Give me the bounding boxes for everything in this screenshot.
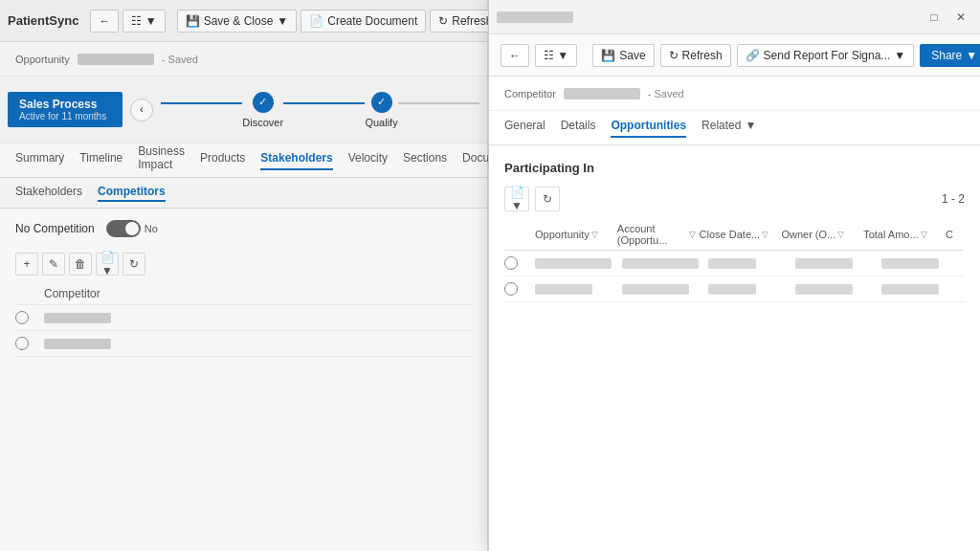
toggle-track[interactable] xyxy=(106,220,141,237)
back-button[interactable]: ← xyxy=(90,10,119,33)
acc-filter-icon[interactable]: ▽ xyxy=(689,230,696,239)
radio-2[interactable] xyxy=(15,337,29,350)
refresh-list-button[interactable]: ↻ xyxy=(122,253,145,276)
right-content: Participating In 📄▼ ↻ 1 - 2 Opportunity … xyxy=(489,145,980,551)
nav-tabs: Summary Timeline Business Impact Product… xyxy=(0,143,487,178)
sales-process-box: Sales Process Active for 11 months xyxy=(8,92,122,127)
share-button[interactable]: Share ▼ xyxy=(920,44,980,67)
table-row xyxy=(504,251,965,276)
right-refresh-button[interactable]: ↻ Refresh xyxy=(660,44,731,67)
doc-dropdown-button[interactable]: 📄▼ xyxy=(96,253,119,276)
qualify-circle: ✓ xyxy=(371,92,392,113)
owner-filter-icon[interactable]: ▽ xyxy=(837,230,844,239)
competitor-col-header: Competitor xyxy=(44,287,472,300)
left-content: No Competition No + ✎ 🗑 📄▼ ↻ Competitor xyxy=(0,209,487,368)
grid-radio-2[interactable] xyxy=(504,282,518,296)
tab-products[interactable]: Products xyxy=(200,151,245,170)
radio-1[interactable] xyxy=(15,311,29,324)
tab-opportunities[interactable]: Opportunities xyxy=(611,119,686,138)
opp-blur-1 xyxy=(535,258,612,269)
grid-count: 1 - 2 xyxy=(942,192,965,206)
grid-header: Opportunity ▽ Account (Opportu... ▽ Clos… xyxy=(504,219,965,251)
step-line3 xyxy=(398,102,479,104)
discover-label: Discover xyxy=(242,117,283,128)
grid-row1-radio[interactable] xyxy=(504,256,531,270)
left-toolbar: PatientSync ← ☷ ▼ 💾 Save & Close ▼ 📄 Cre… xyxy=(0,0,487,42)
grid-new-button[interactable]: 📄▼ xyxy=(504,187,529,211)
right-toolbar: ← ☷ ▼ 💾 Save ↻ Refresh 🔗 Send Report For… xyxy=(489,34,980,77)
send-icon: 🔗 xyxy=(746,49,760,62)
qualify-label: Qualify xyxy=(365,117,397,128)
table-row xyxy=(504,276,965,302)
app-title: PatientSync xyxy=(8,13,78,28)
grid-col-total: Total Amo... ▽ xyxy=(863,229,942,240)
subtab-stakeholders[interactable]: Stakeholders xyxy=(15,185,82,202)
grid-radio-1[interactable] xyxy=(504,256,518,270)
step-line2 xyxy=(283,102,365,104)
expand-button[interactable]: □ xyxy=(923,6,946,29)
table-row xyxy=(15,305,472,331)
create-document-button[interactable]: 📄 Create Document xyxy=(301,10,426,33)
grid-col-close-date: Close Date... ▽ xyxy=(700,229,778,240)
delete-button[interactable]: 🗑 xyxy=(69,253,92,276)
right-views-button[interactable]: ☷ ▼ xyxy=(535,44,577,67)
related-chevron: ▼ xyxy=(745,119,756,132)
grid-row2-radio[interactable] xyxy=(504,282,531,296)
owner-blur-1 xyxy=(795,258,853,269)
edit-button[interactable]: ✎ xyxy=(42,253,65,276)
tab-general[interactable]: General xyxy=(504,119,546,138)
tab-details[interactable]: Details xyxy=(561,119,596,138)
grid-row2-acc xyxy=(622,284,705,295)
tab-related[interactable]: Related ▼ xyxy=(702,119,756,138)
toggle-container[interactable]: No xyxy=(106,220,158,237)
send-chevron-icon: ▼ xyxy=(894,49,905,62)
right-saved-label: - Saved xyxy=(648,88,684,99)
grid-row1-total xyxy=(881,258,965,269)
process-chevron[interactable]: ‹ xyxy=(130,99,153,121)
right-tabs: General Details Opportunities Related ▼ xyxy=(489,111,980,145)
acc-blur-2 xyxy=(622,284,689,295)
owner-blur-2 xyxy=(795,284,853,295)
close-panel-button[interactable]: ✕ xyxy=(949,6,972,29)
grid-col-c: C xyxy=(946,229,965,240)
views-button[interactable]: ☷ ▼ xyxy=(122,10,165,33)
right-title-bar: □ ✕ xyxy=(489,0,980,34)
saved-label: - Saved xyxy=(162,54,198,65)
save-close-button[interactable]: 💾 Save & Close ▼ xyxy=(177,10,298,33)
right-save-button[interactable]: 💾 Save xyxy=(592,44,654,67)
total-filter-icon[interactable]: ▽ xyxy=(921,230,927,239)
send-report-button[interactable]: 🔗 Send Report For Signa... ▼ xyxy=(737,44,915,67)
sales-process-bar: Sales Process Active for 11 months ‹ ✓ D… xyxy=(0,77,487,143)
record-name xyxy=(78,54,154,65)
sales-process-title: Sales Process xyxy=(19,98,111,111)
date-filter-icon[interactable]: ▽ xyxy=(762,230,768,239)
toggle-value: No xyxy=(145,223,158,234)
add-competitor-button[interactable]: + xyxy=(15,253,38,276)
tab-summary[interactable]: Summary xyxy=(15,151,64,170)
tab-sections[interactable]: Sections xyxy=(403,151,447,170)
grid-refresh-button[interactable]: ↻ xyxy=(535,187,560,211)
tab-timeline[interactable]: Timeline xyxy=(79,151,122,170)
opp-filter-icon[interactable]: ▽ xyxy=(591,230,598,239)
right-panel: □ ✕ ← ☷ ▼ 💾 Save ↻ Refresh 🔗 Send Report… xyxy=(488,0,980,551)
save-chevron: ▼ xyxy=(277,14,288,28)
subtab-competitors[interactable]: Competitors xyxy=(98,185,166,202)
section-title: Participating In xyxy=(504,161,965,175)
save-icon: 💾 xyxy=(186,14,200,28)
row-radio-2[interactable] xyxy=(15,337,44,350)
grid-col-opportunity: Opportunity ▽ xyxy=(535,229,613,240)
tab-velocity[interactable]: Velocity xyxy=(348,151,388,170)
grid-toolbar: 📄▼ ↻ 1 - 2 xyxy=(504,187,965,211)
no-competition-label: No Competition xyxy=(15,222,95,235)
date-blur-1 xyxy=(708,258,756,269)
table-row xyxy=(15,331,472,357)
tab-business-impact[interactable]: Business Impact xyxy=(138,144,185,177)
right-back-button[interactable]: ← xyxy=(501,44,529,67)
tab-stakeholders[interactable]: Stakeholders xyxy=(260,151,332,170)
grid-row1-acc xyxy=(622,258,705,269)
discover-circle: ✓ xyxy=(253,92,274,113)
step-line xyxy=(161,102,242,104)
grid-row2-date xyxy=(708,284,791,295)
grid-row1-opp xyxy=(535,258,618,269)
row-radio-1[interactable] xyxy=(15,311,44,324)
